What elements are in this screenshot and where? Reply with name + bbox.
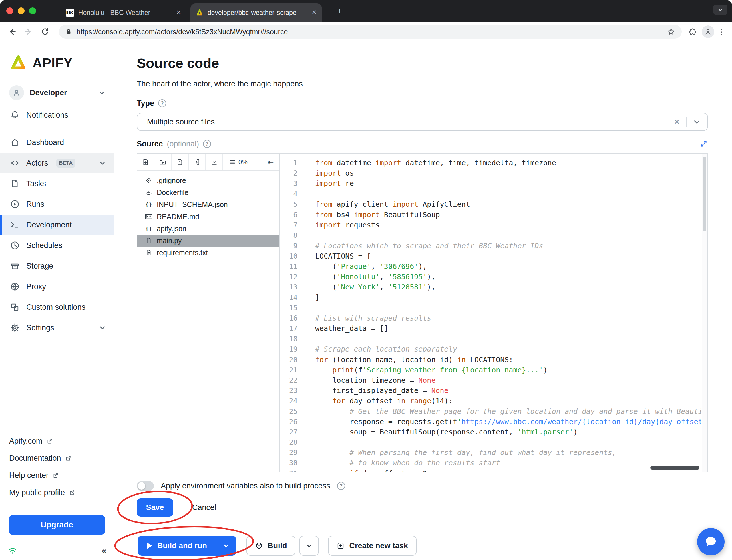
upgrade-button[interactable]: Upgrade bbox=[9, 515, 105, 535]
code-editor-area[interactable]: 1234567891011121314151617181920212223242… bbox=[280, 154, 707, 472]
sidebar-item-notifications[interactable]: Notifications bbox=[0, 105, 114, 125]
fullscreen-expand-icon[interactable] bbox=[699, 140, 708, 148]
page-title: Source code bbox=[137, 56, 708, 71]
build-dropdown-button[interactable] bbox=[300, 536, 319, 556]
window-zoom-button[interactable] bbox=[29, 7, 36, 14]
window-minimize-button[interactable] bbox=[18, 7, 25, 14]
collapse-panel-icon[interactable]: ⇤ bbox=[262, 154, 279, 170]
external-link-icon bbox=[47, 438, 53, 444]
sidebar-item-settings[interactable]: Settings bbox=[0, 317, 114, 338]
code-brackets-icon bbox=[10, 158, 20, 168]
sidebar-link-documentation[interactable]: Documentation bbox=[0, 450, 114, 467]
file-name: Dockerfile bbox=[157, 188, 189, 197]
sidebar-link-apify-com[interactable]: Apify.com bbox=[0, 432, 114, 450]
file-row-main-py[interactable]: main.py bbox=[137, 235, 279, 247]
file-name: requirements.txt bbox=[157, 249, 208, 257]
new-folder-button[interactable] bbox=[154, 154, 172, 170]
file-row-gitignore[interactable]: .gitignore bbox=[137, 174, 279, 186]
sidebar-item-label: Schedules bbox=[26, 241, 62, 250]
help-icon[interactable]: ? bbox=[337, 482, 345, 490]
new-file-button[interactable] bbox=[137, 154, 154, 170]
apify-logo[interactable]: APIFY bbox=[0, 42, 114, 81]
vertical-scrollbar-thumb[interactable] bbox=[703, 157, 706, 231]
clear-selection-icon[interactable]: ✕ bbox=[667, 118, 686, 126]
sidebar-link-help-center[interactable]: Help center bbox=[0, 467, 114, 484]
close-tab-icon[interactable]: ✕ bbox=[176, 9, 181, 16]
connection-status-icon bbox=[7, 546, 18, 555]
bookmark-star-icon[interactable] bbox=[667, 27, 675, 36]
sidebar-item-custom-solutions[interactable]: Custom solutions bbox=[0, 297, 114, 317]
apify-favicon-icon bbox=[196, 9, 204, 17]
browser-profile-avatar[interactable] bbox=[702, 25, 714, 38]
new-tab-button[interactable]: + bbox=[335, 6, 345, 16]
link-label: Documentation bbox=[9, 454, 61, 463]
collapse-sidebar-button[interactable]: « bbox=[102, 546, 106, 555]
sidebar-item-development[interactable]: Development bbox=[0, 215, 114, 235]
divider bbox=[686, 117, 687, 127]
env-variables-toggle[interactable] bbox=[137, 481, 154, 491]
avatar bbox=[9, 85, 24, 100]
file-name: INPUT_SCHEMA.json bbox=[157, 200, 228, 209]
home-icon bbox=[10, 137, 20, 148]
tab-separator bbox=[58, 7, 58, 15]
link-label: Apify.com bbox=[9, 437, 43, 446]
file-name: main.py bbox=[157, 237, 182, 245]
env-toggle-label: Apply environment variables also to buil… bbox=[161, 482, 330, 491]
chevron-down-icon[interactable] bbox=[693, 118, 701, 126]
build-and-run-dropdown-button[interactable] bbox=[216, 536, 236, 556]
build-label: Build bbox=[268, 541, 287, 550]
sidebar-item-tasks[interactable]: Tasks bbox=[0, 173, 114, 194]
reload-button[interactable] bbox=[38, 25, 52, 39]
vertical-scrollbar[interactable] bbox=[702, 154, 707, 472]
close-tab-icon[interactable]: ✕ bbox=[312, 9, 317, 16]
file-row-readme[interactable]: README.md bbox=[137, 211, 279, 223]
horizontal-scrollbar-thumb[interactable] bbox=[650, 466, 699, 470]
file-row-input-schema[interactable]: { } INPUT_SCHEMA.json bbox=[137, 198, 279, 211]
account-menu[interactable]: Developer bbox=[0, 81, 114, 105]
download-button[interactable] bbox=[206, 154, 223, 170]
create-task-label: Create new task bbox=[349, 541, 408, 550]
lock-icon bbox=[65, 28, 72, 35]
chat-widget-button[interactable] bbox=[697, 528, 725, 555]
address-bar[interactable]: https://console.apify.com/actors/dev/k5t… bbox=[59, 25, 682, 39]
sidebar-item-label: Proxy bbox=[26, 282, 46, 291]
browser-tab-apify-console[interactable]: developer/bbc-weather-scrape ✕ bbox=[191, 3, 322, 22]
file-row-apify-json[interactable]: { } apify.json bbox=[137, 223, 279, 235]
window-close-button[interactable] bbox=[6, 7, 13, 14]
browser-menu-icon[interactable]: ⋮ bbox=[717, 25, 727, 39]
cancel-button[interactable]: Cancel bbox=[189, 503, 220, 513]
sidebar-item-storage[interactable]: Storage bbox=[0, 256, 114, 276]
help-icon[interactable]: ? bbox=[158, 99, 166, 107]
create-new-task-button[interactable]: Create new task bbox=[328, 536, 416, 556]
build-button[interactable]: Build bbox=[247, 536, 296, 556]
zoom-level-value: 0% bbox=[239, 158, 248, 166]
sidebar-item-schedules[interactable]: Schedules bbox=[0, 235, 114, 256]
storage-box-icon bbox=[10, 261, 20, 271]
forward-button[interactable] bbox=[22, 25, 35, 39]
sidebar-item-label: Notifications bbox=[26, 111, 68, 120]
back-button[interactable] bbox=[5, 25, 19, 39]
text-file-icon bbox=[145, 249, 153, 257]
build-and-run-button[interactable]: Build and run bbox=[138, 536, 216, 556]
tab-search-button[interactable] bbox=[713, 5, 727, 15]
zoom-level-control[interactable]: 0% bbox=[229, 154, 248, 170]
file-row-requirements[interactable]: requirements.txt bbox=[137, 247, 279, 259]
terminal-icon bbox=[10, 220, 20, 230]
sidebar-link-public-profile[interactable]: My public profile bbox=[0, 484, 114, 501]
docker-whale-icon bbox=[145, 188, 153, 196]
extensions-puzzle-icon[interactable] bbox=[686, 25, 699, 39]
sidebar-item-runs[interactable]: Runs bbox=[0, 194, 114, 215]
help-icon[interactable]: ? bbox=[203, 140, 211, 148]
save-button[interactable]: Save bbox=[137, 498, 173, 517]
file-row-dockerfile[interactable]: Dockerfile bbox=[137, 186, 279, 198]
source-type-select[interactable]: Multiple source files ✕ bbox=[137, 113, 708, 131]
browser-tab-bbc-weather[interactable]: BBC Honolulu - BBC Weather ✕ bbox=[61, 3, 187, 22]
apify-logo-mark-icon bbox=[9, 54, 27, 72]
import-file-button[interactable] bbox=[189, 154, 206, 170]
json-braces-icon: { } bbox=[145, 200, 153, 208]
upload-file-button[interactable] bbox=[172, 154, 189, 170]
sidebar-item-dashboard[interactable]: Dashboard bbox=[0, 132, 114, 153]
divider bbox=[0, 505, 114, 505]
sidebar-item-actors[interactable]: Actors BETA bbox=[0, 153, 114, 173]
sidebar-item-proxy[interactable]: Proxy bbox=[0, 276, 114, 297]
